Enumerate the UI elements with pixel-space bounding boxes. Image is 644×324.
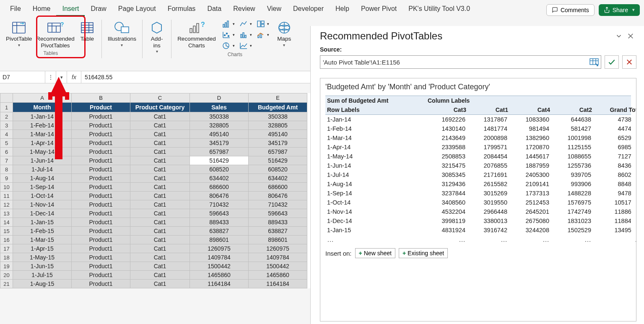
line-chart-button[interactable]: ▾ [237,19,254,29]
row-header[interactable]: 1 [0,103,13,112]
cell[interactable]: Cat1 [130,280,190,288]
cell[interactable]: 686600 [190,183,249,192]
row-header[interactable]: 10 [0,183,13,192]
cell[interactable]: Product1 [72,139,130,148]
combo-chart-button[interactable]: ▾ [254,30,271,40]
cell[interactable]: Product1 [72,218,130,227]
row-header[interactable]: 12 [0,200,13,209]
cell[interactable]: 1-Oct-14 [13,192,72,200]
existing-sheet-button[interactable]: +Existing sheet [399,248,448,258]
cell[interactable]: 634402 [249,174,307,183]
cell[interactable]: 1-May-15 [13,253,72,262]
tab-power-pivot[interactable]: Power Pivot [355,3,402,16]
cell[interactable]: 889433 [190,218,249,227]
cell[interactable]: Product1 [72,174,130,183]
cell[interactable]: Product1 [72,244,130,253]
cell[interactable]: Product1 [72,165,130,174]
row-header[interactable]: 13 [0,209,13,218]
cell[interactable]: Cat1 [130,148,190,156]
worksheet[interactable]: A B C D E 1MonthProductProduct CategoryS… [0,93,310,288]
row-header[interactable]: 6 [0,148,13,156]
cell[interactable]: 638827 [249,227,307,236]
cell[interactable]: 1-Aug-15 [13,280,72,288]
cell[interactable]: 1-Mar-15 [13,236,72,244]
column-title[interactable]: Month [13,103,72,112]
cell[interactable]: 350338 [190,112,249,121]
treemap-button[interactable]: ▾ [254,19,271,29]
scatter-chart-button[interactable]: ▾ [220,30,236,40]
cell[interactable]: Product1 [72,200,130,209]
cell[interactable]: 1-Jan-14 [13,112,72,121]
cell[interactable]: Product1 [72,192,130,200]
close-button[interactable] [625,30,636,42]
cell[interactable]: 1164184 [190,280,249,288]
cell[interactable]: 1465860 [249,271,307,280]
cell[interactable]: 898601 [249,236,307,244]
tab-help[interactable]: Help [330,3,355,16]
pie-chart-button[interactable]: ▾ [220,41,236,51]
row-header[interactable]: 3 [0,121,13,130]
row-header[interactable]: 2 [0,112,13,121]
name-box-expand[interactable]: ▾ [56,71,67,83]
cell[interactable]: 1409784 [249,253,307,262]
confirm-button[interactable] [605,55,619,69]
cell[interactable]: Product1 [72,183,130,192]
cell[interactable]: 596643 [249,209,307,218]
maps-button[interactable]: Maps ▾ [274,19,294,51]
cell[interactable]: Cat1 [130,253,190,262]
cell[interactable]: Product1 [72,253,130,262]
cell[interactable]: 638827 [190,227,249,236]
cell[interactable]: Cat1 [130,121,190,130]
tab-developer[interactable]: Developer [287,3,330,16]
cell[interactable]: Cat1 [130,174,190,183]
cell[interactable]: Cat1 [130,262,190,271]
cell[interactable]: 516429 [249,156,307,165]
cell[interactable]: 1-Aug-14 [13,174,72,183]
cell[interactable]: 1-Nov-14 [13,200,72,209]
cell[interactable]: Product1 [72,236,130,244]
row-header[interactable]: 4 [0,130,13,139]
histogram-button[interactable]: ▾ [237,30,254,40]
cell[interactable]: 657987 [249,148,307,156]
cell[interactable]: 596643 [190,209,249,218]
row-header[interactable]: 21 [0,280,13,288]
cell[interactable]: Cat1 [130,236,190,244]
cell[interactable]: Cat1 [130,165,190,174]
addins-button[interactable]: Add- ins ▾ [147,19,167,55]
column-title[interactable]: Sales [190,103,249,112]
column-title[interactable]: Product [72,103,130,112]
cell[interactable]: 889433 [249,218,307,227]
new-sheet-button[interactable]: +New sheet [355,248,395,258]
cell[interactable]: Cat1 [130,218,190,227]
cell[interactable]: Product1 [72,271,130,280]
cell[interactable]: 806476 [249,192,307,200]
cell[interactable]: Cat1 [130,209,190,218]
row-header[interactable]: 14 [0,218,13,227]
row-header[interactable]: 20 [0,271,13,280]
cell[interactable]: Product1 [72,130,130,139]
row-header[interactable]: 8 [0,165,13,174]
cell[interactable]: 1-Mar-14 [13,130,72,139]
cell[interactable]: Product1 [72,156,130,165]
cell[interactable]: 495140 [190,130,249,139]
cell[interactable]: 1-Dec-14 [13,209,72,218]
cell[interactable]: Cat1 [130,156,190,165]
cell[interactable]: 1-Jul-14 [13,165,72,174]
row-header[interactable]: 15 [0,227,13,236]
cell[interactable]: 710432 [249,200,307,209]
cancel-button[interactable] [622,55,636,69]
cell[interactable]: 1260975 [249,244,307,253]
cell[interactable]: Cat1 [130,200,190,209]
tab-review[interactable]: Review [227,3,261,16]
cell[interactable]: Cat1 [130,271,190,280]
cell[interactable]: Product1 [72,227,130,236]
cell[interactable]: Cat1 [130,130,190,139]
row-header[interactable]: 5 [0,139,13,148]
cell[interactable]: 1-Jun-14 [13,156,72,165]
cell[interactable]: 686600 [249,183,307,192]
tab-formulas[interactable]: Formulas [162,3,202,16]
cell[interactable]: 1260975 [190,244,249,253]
cell[interactable]: 710432 [190,200,249,209]
cell[interactable]: 1-Feb-14 [13,121,72,130]
cell[interactable]: 1-Feb-15 [13,227,72,236]
